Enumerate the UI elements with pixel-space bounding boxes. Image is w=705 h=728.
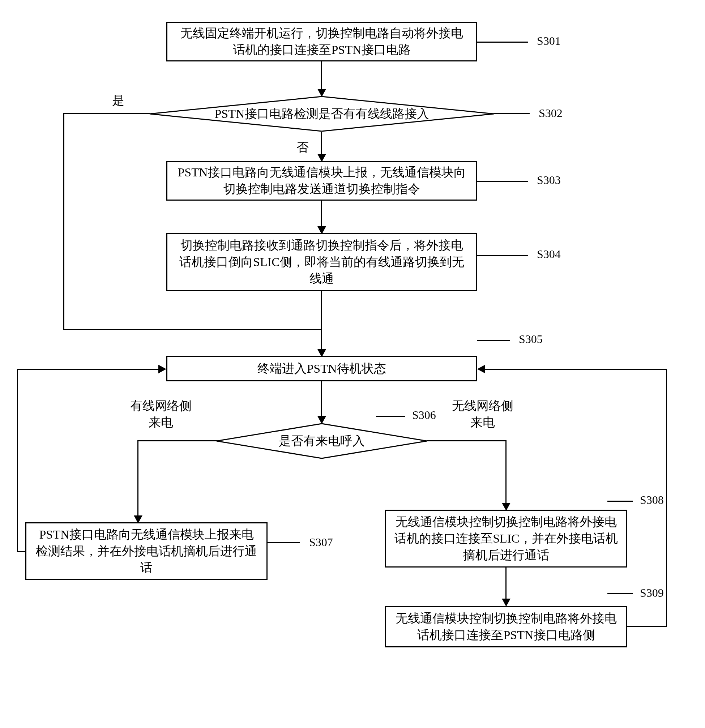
edge-s306-right-v (506, 440, 507, 504)
edge-s306-left-h (137, 440, 217, 441)
step-s309: 无线通信模块控制切换控制电路将外接电话机接口连接至PSTN接口电路侧 (385, 606, 627, 647)
flowchart-canvas: 无线固定终端开机运行，切换控制电路自动将外接电话机的接口连接至PSTN接口电路 … (14, 14, 691, 714)
leader-s301 (477, 42, 528, 43)
label-s305: S305 (519, 332, 543, 346)
label-s303: S303 (537, 173, 561, 187)
label-s301: S301 (537, 34, 561, 48)
label-s309: S309 (640, 586, 664, 600)
leader-s304 (477, 255, 528, 256)
label-s304: S304 (537, 248, 561, 261)
edge-s302-yes-v (63, 113, 64, 330)
leader-s308 (607, 501, 633, 502)
leader-s302 (494, 113, 530, 114)
label-s308: S308 (640, 493, 664, 507)
edge-s302-yes-h2 (63, 329, 322, 330)
step-s308: 无线通信模块控制切换控制电路将外接电话机的接口连接至SLIC，并在外接电话机摘机… (385, 510, 627, 568)
step-s304: 切换控制电路接收到通路切换控制指令后，将外接电话机接口倒向SLIC侧，即将当前的… (166, 233, 477, 291)
edge-s301-s302 (321, 61, 322, 90)
branch-yes: 是 (112, 92, 124, 109)
edge-s306-right-h (427, 440, 506, 441)
edge-s309-back-v (666, 369, 667, 627)
leader-s306 (376, 416, 405, 417)
edge-s306-left-v (137, 440, 139, 516)
step-s303: PSTN接口电路向无线通信模块上报，无线通信模块向切换控制电路发送通道切换控制指… (166, 161, 477, 201)
edge-s302-s303 (321, 132, 322, 155)
leader-s307 (267, 542, 300, 543)
edge-s308-s309 (506, 568, 507, 600)
step-s305: 终端进入PSTN待机状态 (166, 356, 477, 381)
edge-s307-back-v (17, 369, 18, 552)
decision-s306-text: 是否有来电呼入 (279, 433, 365, 449)
label-s306: S306 (412, 409, 436, 422)
decision-s302: PSTN接口电路检测是否有有线线路接入 (148, 96, 495, 132)
edge-s303-s304 (321, 201, 322, 228)
leader-s305 (477, 340, 510, 341)
branch-wired: 有线网络侧来电 (127, 398, 195, 431)
edge-s309-back-h2 (484, 369, 667, 370)
label-s307: S307 (309, 536, 333, 549)
edge-s305-s306 (321, 381, 322, 417)
step-s307: PSTN接口电路向无线通信模块上报来电检测结果，并在外接电话机摘机后进行通话 (25, 522, 267, 580)
edge-s302-yes-h (63, 113, 150, 114)
decision-s306: 是否有来电呼入 (215, 423, 428, 459)
edge-s309-back-h1 (627, 626, 667, 627)
arrowhead (477, 365, 485, 373)
label-s302: S302 (539, 107, 563, 120)
edge-s307-back-h2 (17, 369, 160, 370)
leader-s309 (607, 593, 633, 594)
edge-s304-join (321, 291, 322, 351)
edge-s307-back-h1 (17, 551, 25, 552)
leader-s303 (477, 181, 528, 182)
arrowhead (158, 365, 166, 373)
branch-no: 否 (296, 139, 309, 156)
arrowhead (502, 599, 510, 607)
branch-wireless: 无线网络侧来电 (448, 398, 517, 431)
decision-s302-text: PSTN接口电路检测是否有有线线路接入 (214, 106, 429, 122)
step-s301: 无线固定终端开机运行，切换控制电路自动将外接电话机的接口连接至PSTN接口电路 (166, 22, 477, 61)
